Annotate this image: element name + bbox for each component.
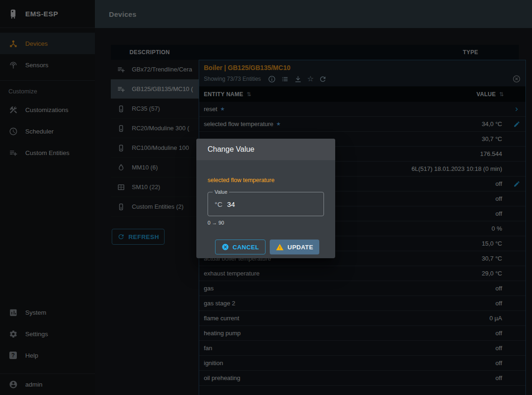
dialog-title: Change Value	[196, 139, 335, 160]
cancel-button[interactable]: CANCEL	[215, 240, 266, 254]
value-input-text: 34	[227, 200, 235, 208]
update-button[interactable]: UPDATE	[270, 240, 319, 254]
range-hint: 0 → 90	[208, 220, 324, 226]
warning-icon	[276, 243, 284, 251]
unit-adornment: °C	[215, 200, 223, 208]
value-input-label: Value	[213, 189, 229, 195]
ems-esp-app: EMS-ESP Devices Devices Sensors Customiz…	[0, 0, 532, 395]
value-input[interactable]: Value °C 34	[208, 192, 324, 216]
update-button-label: UPDATE	[288, 244, 313, 251]
cancel-circle-icon	[222, 243, 229, 251]
cancel-button-label: CANCEL	[233, 244, 259, 251]
dialog-entity-label: selected flow temperature	[208, 177, 324, 183]
change-value-dialog: Change Value selected flow temperature V…	[196, 139, 335, 258]
